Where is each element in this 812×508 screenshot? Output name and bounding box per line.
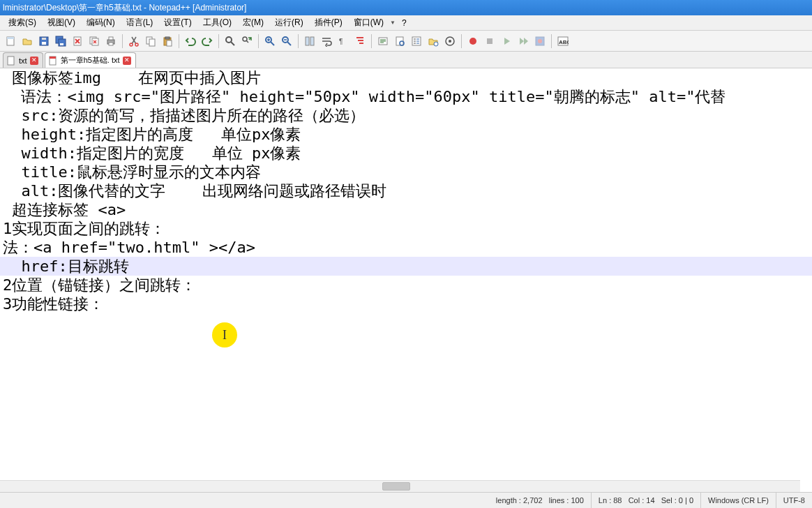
title-bar: lministrator\Desktop\第一章h5基础.txt - Notep… [0,0,812,15]
svg-text:ABC: ABC [559,39,569,45]
svg-rect-4 [42,38,46,40]
menu-help[interactable]: ? [396,17,412,29]
status-position: Ln : 88 Col : 14 Sel : 0 | 0 [592,493,701,508]
spellcheck-icon[interactable]: ABC [555,33,571,49]
cursor-highlight-icon: I [212,322,237,348]
editor-line: 3功能性链接： [0,294,812,313]
play-multiple-icon[interactable] [516,33,531,49]
menu-plugins[interactable]: 插件(P) [309,15,348,30]
paste-icon[interactable] [160,33,175,49]
monitor-icon[interactable] [442,33,458,49]
status-length: length : 2,702 lines : 100 [489,493,592,508]
menu-macro[interactable]: 宏(M) [237,15,269,30]
svg-point-15 [135,43,138,46]
svg-point-14 [130,43,133,46]
svg-rect-25 [306,37,309,45]
zoom-in-icon[interactable] [262,33,278,49]
tab-label: 第一章h5基础. txt [61,55,120,66]
menu-bar: 搜索(S) 视图(V) 编码(N) 语言(L) 设置(T) 工具(O) 宏(M)… [0,15,812,31]
svg-point-35 [469,38,476,45]
editor-line: src:资源的简写，指描述图片所在的路径（必选） [0,106,812,125]
show-whitespace-icon[interactable]: ¶ [336,33,351,49]
doc-map-icon[interactable] [392,33,407,49]
menu-overflow-icon[interactable]: ▼ [389,20,396,26]
open-file-icon[interactable] [20,33,35,49]
editor-line: alt:图像代替的文字 出现网络问题或路径错误时 [0,181,812,200]
indent-guide-icon[interactable] [352,33,368,49]
undo-icon[interactable] [183,33,198,49]
file-icon [48,56,58,66]
tab-1[interactable]: 第一章h5基础. txt ✕ [45,52,136,68]
menu-window[interactable]: 窗口(W) [348,15,389,30]
find-icon[interactable] [223,33,238,49]
svg-text:¶: ¶ [339,38,343,45]
cut-icon[interactable] [126,33,142,49]
svg-rect-19 [165,37,170,39]
menu-language[interactable]: 语言(L) [121,15,159,30]
status-encoding: UTF-8 [776,493,812,508]
stop-icon[interactable] [482,33,497,49]
svg-point-34 [449,40,451,43]
record-icon[interactable] [465,33,481,49]
menu-run[interactable]: 运行(R) [269,15,309,30]
editor-line: 2位置（锚链接）之间跳转： [0,276,812,294]
tab-bar: txt ✕ 第一章h5基础. txt ✕ [0,52,812,68]
menu-search[interactable]: 搜索(S) [3,15,42,30]
editor-line: 法：<a href="two.html" ></a> [0,238,812,257]
folder-workspace-icon[interactable] [426,33,441,49]
svg-point-38 [538,39,542,43]
editor-line: 语法：<img src="图片路径" height="50px" width="… [0,87,812,106]
toolbar: ¶ ABC [0,31,812,52]
user-language-icon[interactable] [375,33,391,49]
file-icon [6,56,16,66]
play-icon[interactable] [499,33,514,49]
close-all-icon[interactable] [87,33,102,49]
svg-rect-43 [50,57,56,59]
editor-line: height:指定图片的高度 单位px像素 [0,125,812,144]
svg-rect-41 [8,57,14,65]
save-macro-icon[interactable] [532,33,548,49]
editor-line: width:指定图片的宽度 单位 px像素 [0,144,812,163]
horizontal-scrollbar[interactable] [0,480,800,492]
close-icon[interactable]: ✕ [123,57,131,65]
svg-rect-17 [149,39,155,46]
copy-icon[interactable] [143,33,158,49]
svg-rect-12 [109,37,113,40]
svg-rect-13 [109,43,113,45]
editor-line: 1实现页面之间的跳转： [0,219,812,238]
editor-line: title:鼠标悬浮时显示的文本内容 [0,163,812,181]
menu-encoding[interactable]: 编码(N) [81,15,121,30]
tab-0[interactable]: txt ✕ [3,52,43,68]
new-file-icon[interactable] [3,33,18,49]
svg-rect-7 [60,43,63,45]
status-eol: Windows (CR LF) [701,493,776,508]
save-all-icon[interactable] [53,33,68,49]
sync-icon[interactable] [302,33,317,49]
print-icon[interactable] [103,33,119,49]
close-file-icon[interactable] [70,33,85,49]
menu-settings[interactable]: 设置(T) [158,15,197,30]
tab-label: txt [19,57,27,65]
word-wrap-icon[interactable] [319,33,334,49]
redo-icon[interactable] [200,33,215,49]
close-icon[interactable]: ✕ [30,57,38,65]
svg-point-32 [434,42,438,46]
save-icon[interactable] [36,33,52,49]
status-bar: length : 2,702 lines : 100 Ln : 88 Col :… [0,492,812,508]
editor-line-current: href:目标跳转 [0,257,812,276]
editor-area[interactable]: 图像标签img 在网页中插入图片 语法：<img src="图片路径" heig… [0,68,812,480]
menu-tools[interactable]: 工具(O) [197,15,237,30]
replace-icon[interactable] [239,33,255,49]
function-list-icon[interactable] [409,33,424,49]
editor-line: 图像标签img 在网页中插入图片 [0,68,812,87]
svg-rect-3 [42,42,46,45]
scrollbar-thumb[interactable] [382,482,410,491]
editor-line: 超连接标签 <a> [0,200,812,219]
svg-rect-20 [167,40,172,46]
svg-point-21 [226,37,232,43]
svg-rect-36 [487,38,493,44]
zoom-out-icon[interactable] [279,33,294,49]
svg-rect-26 [310,37,314,45]
svg-rect-1 [7,37,14,39]
menu-view[interactable]: 视图(V) [42,15,81,30]
